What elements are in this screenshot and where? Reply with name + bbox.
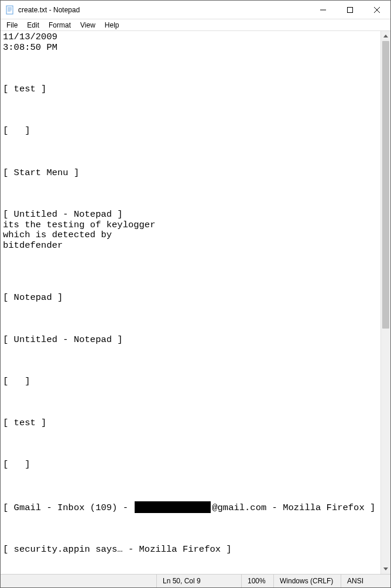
redacted-block	[135, 501, 211, 513]
menu-file[interactable]: File	[2, 20, 22, 30]
window-controls	[310, 1, 390, 19]
minimize-button[interactable]	[310, 1, 337, 19]
titlebar: create.txt - Notepad	[1, 1, 390, 19]
status-cursor-position: Ln 50, Col 9	[156, 575, 241, 587]
content-area: 11/13/20093:08:50 PM [ test ] [ ] [ Star…	[1, 31, 390, 574]
menu-help[interactable]: Help	[100, 20, 124, 30]
maximize-button[interactable]	[337, 1, 363, 19]
scroll-down-button[interactable]	[381, 564, 390, 574]
scroll-thumb[interactable]	[382, 41, 389, 329]
text-line: 11/13/2009	[3, 32, 378, 43]
text-line: [ Start Menu ]	[3, 168, 378, 179]
menu-view[interactable]: View	[76, 20, 100, 30]
menubar: File Edit Format View Help	[1, 19, 390, 31]
text-line: [ Gmail - Inbox (109) - @gmail.com - Moz…	[3, 502, 378, 514]
scroll-up-button[interactable]	[381, 31, 390, 41]
status-zoom: 100%	[241, 575, 273, 587]
window-title: create.txt - Notepad	[18, 6, 310, 14]
close-button[interactable]	[363, 1, 390, 19]
text-line: 3:08:50 PM	[3, 43, 378, 53]
text-line: [ ]	[3, 126, 378, 136]
text-line: [ ]	[3, 377, 378, 387]
text-line: which is detected by	[3, 230, 378, 241]
text-fragment: [ Gmail - Inbox (109) -	[3, 502, 133, 513]
status-encoding: ANSI	[341, 575, 390, 587]
text-line: bitdefender	[3, 241, 378, 251]
scroll-track[interactable]	[381, 41, 390, 564]
statusbar: Ln 50, Col 9 100% Windows (CRLF) ANSI	[1, 574, 390, 587]
text-line: its the testing of keylogger	[3, 220, 378, 231]
menu-edit[interactable]: Edit	[22, 20, 44, 30]
vertical-scrollbar[interactable]	[380, 31, 390, 574]
text-line: [ Untitled - Notepad ]	[3, 210, 378, 220]
text-fragment: @gmail.com - Mozilla Firefox ]	[212, 502, 375, 513]
text-line: [ security.appin says… - Mozilla Firefox…	[3, 545, 378, 555]
menu-format[interactable]: Format	[44, 20, 76, 30]
text-line: [ Untitled - Notepad ]	[3, 335, 378, 346]
notepad-window: create.txt - Notepad File Edit Format Vi…	[0, 0, 391, 588]
svg-rect-6	[348, 7, 353, 12]
text-line: [ test ]	[3, 84, 378, 95]
text-editor[interactable]: 11/13/20093:08:50 PM [ test ] [ ] [ Star…	[1, 31, 380, 574]
status-line-ending: Windows (CRLF)	[273, 575, 341, 587]
text-line: [ Notepad ]	[3, 293, 378, 303]
text-line: [ test ]	[3, 418, 378, 429]
notepad-icon	[5, 5, 15, 15]
text-line: [ ]	[3, 460, 378, 470]
